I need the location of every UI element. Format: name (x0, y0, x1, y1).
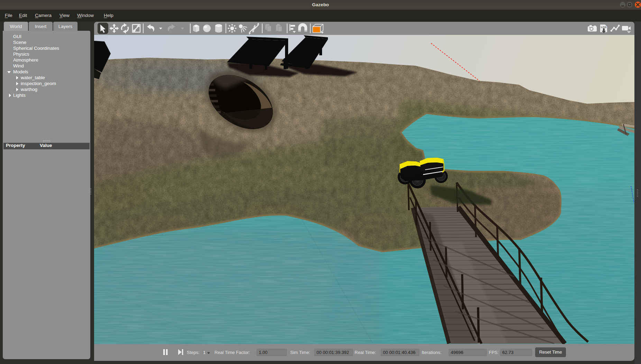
svg-text:LOG: LOG (601, 26, 606, 29)
